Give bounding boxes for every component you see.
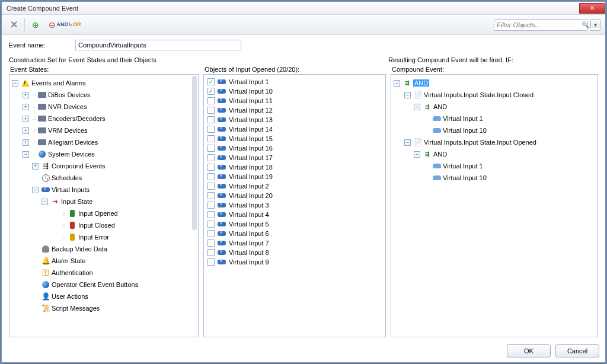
checkbox[interactable] (207, 78, 215, 85)
filter-dropdown[interactable]: ▾ (590, 19, 600, 31)
virtual-input-icon (217, 77, 226, 87)
object-item[interactable]: Virtual Input 4 (205, 210, 384, 219)
object-item[interactable]: Virtual Input 3 (205, 200, 384, 210)
close-button[interactable]: ✕ (579, 3, 605, 14)
object-label: Virtual Input 10 (229, 88, 273, 95)
tree-item-user-actions[interactable]: 👤User Actions (11, 290, 197, 302)
object-label: Virtual Input 12 (229, 107, 273, 114)
object-item[interactable]: Virtual Input 15 (205, 134, 384, 143)
globe-icon (39, 151, 46, 158)
tree-item-system[interactable]: −∴System Devices (11, 148, 197, 160)
object-item[interactable]: Virtual Input 14 (205, 124, 384, 134)
object-item[interactable]: Virtual Input 5 (205, 219, 384, 229)
checkbox[interactable] (207, 240, 215, 247)
object-item[interactable]: Virtual Input 9 (205, 257, 384, 267)
checkbox[interactable] (207, 88, 215, 95)
objects-heading: Objects of Input Opened (20/20): (203, 66, 386, 73)
checkbox[interactable] (207, 145, 215, 152)
checkbox[interactable] (207, 211, 215, 218)
checkbox[interactable] (207, 107, 215, 114)
object-item[interactable]: Virtual Input 17 (205, 153, 384, 162)
device-icon (38, 116, 46, 122)
virtual-input-icon (217, 257, 226, 267)
tree-item-compound-events[interactable]: +⇶Compound Events (11, 160, 197, 172)
result-closed-branch[interactable]: −📄Virtual Inputs.Input State.Input Close… (392, 89, 596, 101)
object-label: Virtual Input 16 (229, 145, 273, 152)
tree-item-vrm[interactable]: +∴VRM Devices (11, 124, 197, 136)
result-opened-vi10[interactable]: Virtual Input 10 (392, 172, 596, 184)
checkbox[interactable] (207, 192, 215, 199)
checkbox[interactable] (207, 258, 215, 266)
tree-item-encoders[interactable]: +∴Encoders/Decoders (11, 113, 197, 124)
result-closed-vi1[interactable]: Virtual Input 1 (392, 113, 596, 124)
tree-item-alarm[interactable]: 🔔Alarm State (11, 255, 197, 267)
event-states-heading: Event States: (9, 66, 199, 73)
checkbox[interactable] (207, 173, 215, 180)
and-icon: ⇶ (423, 102, 432, 111)
object-item[interactable]: Virtual Input 2 (205, 181, 384, 191)
object-item[interactable]: Virtual Input 16 (205, 143, 384, 153)
ok-button[interactable]: OK (507, 344, 551, 357)
checkbox[interactable] (207, 230, 215, 237)
result-opened-branch[interactable]: −📄Virtual Inputs.Input State.Input Opene… (392, 136, 596, 148)
tree-item-input-error[interactable]: ⋮Input Error (11, 231, 197, 243)
object-item[interactable]: Virtual Input 11 (205, 96, 384, 106)
cancel-button[interactable]: Cancel (555, 344, 599, 357)
search-icon[interactable]: 🔍 (582, 21, 589, 28)
event-name-input[interactable] (75, 40, 241, 50)
object-item[interactable]: Virtual Input 18 (205, 162, 384, 172)
result-closed-vi10[interactable]: Virtual Input 10 (392, 124, 596, 136)
result-closed-and[interactable]: −⇶AND (392, 101, 596, 113)
checkbox[interactable] (207, 135, 215, 142)
tree-item-auth[interactable]: ⚿Authentication (11, 267, 197, 279)
compound-panel[interactable]: −⇶AND −📄Virtual Inputs.Input State.Input… (391, 74, 598, 337)
tree-item-input-state[interactable]: −➔Input State (11, 196, 197, 207)
tree-item-dibos[interactable]: +∴DiBos Devices (11, 89, 197, 101)
delete-button[interactable]: ✕ (7, 18, 21, 32)
tree-item-input-closed[interactable]: ⋮Input Closed (11, 219, 197, 231)
result-opened-and[interactable]: −⇶AND (392, 148, 596, 160)
and-or-toggle-button[interactable]: AND↳OR (62, 18, 76, 32)
tree-item-ocbuttons[interactable]: Operator Client Event Buttons (11, 279, 197, 290)
virtual-input-icon (217, 153, 226, 162)
object-label: Virtual Input 3 (229, 202, 269, 209)
tree-item-allegiant[interactable]: +∴Allegiant Devices (11, 136, 197, 148)
add-green-button[interactable]: ⊕ (28, 18, 43, 32)
object-item[interactable]: Virtual Input 12 (205, 106, 384, 115)
checkbox[interactable] (207, 249, 215, 256)
event-states-panel[interactable]: −Events and Alarms +∴DiBos Devices +∴NVR… (9, 74, 199, 337)
checkbox[interactable] (207, 154, 215, 161)
checkbox[interactable] (207, 183, 215, 190)
checkbox[interactable] (207, 221, 215, 228)
result-opened-vi1[interactable]: Virtual Input 1 (392, 160, 596, 172)
object-item[interactable]: Virtual Input 20 (205, 191, 384, 200)
checkbox[interactable] (207, 202, 215, 209)
tree-item-backup[interactable]: Backup Video Data (11, 243, 197, 255)
titlebar: Create Compound Event ✕ (2, 2, 605, 15)
tree-item-schedules[interactable]: Schedules (11, 172, 197, 184)
result-root-and[interactable]: −⇶AND (392, 77, 596, 89)
checkbox[interactable] (207, 116, 215, 123)
tree-item-input-opened[interactable]: ⋮Input Opened (11, 207, 197, 219)
tree-root[interactable]: −Events and Alarms (11, 77, 197, 89)
tree-item-nvr[interactable]: +∴NVR Devices (11, 101, 197, 113)
object-item[interactable]: Virtual Input 13 (205, 115, 384, 124)
clock-icon (42, 174, 50, 182)
object-item[interactable]: Virtual Input 6 (205, 229, 384, 238)
object-item[interactable]: Virtual Input 19 (205, 172, 384, 181)
object-item[interactable]: Virtual Input 8 (205, 248, 384, 257)
checkbox[interactable] (207, 164, 215, 171)
objects-panel[interactable]: Virtual Input 1Virtual Input 10Virtual I… (203, 74, 386, 337)
object-item[interactable]: Virtual Input 1 (205, 77, 384, 87)
database-icon (42, 245, 49, 253)
object-label: Virtual Input 7 (229, 240, 269, 247)
object-item[interactable]: Virtual Input 10 (205, 87, 384, 96)
tree-item-script[interactable]: 📜Script Messages (11, 302, 197, 314)
object-item[interactable]: Virtual Input 7 (205, 238, 384, 248)
checkbox[interactable] (207, 97, 215, 104)
filter-input[interactable] (494, 21, 582, 28)
event-tree: −Events and Alarms +∴DiBos Devices +∴NVR… (11, 77, 197, 314)
tree-item-virtual-inputs[interactable]: −Virtual Inputs (11, 184, 197, 196)
checkbox[interactable] (207, 126, 215, 133)
device-icon (38, 92, 46, 98)
